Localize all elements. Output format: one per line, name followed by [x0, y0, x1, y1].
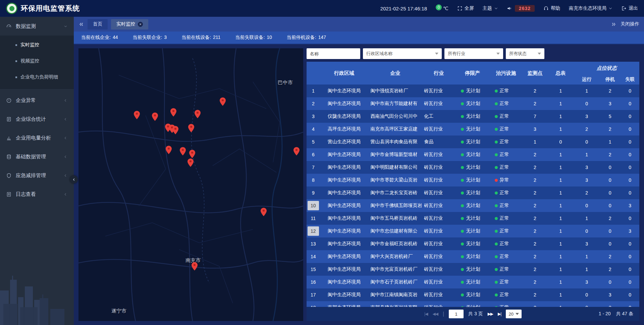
help-button[interactable]: 帮助 — [543, 5, 560, 11]
table-row[interactable]: 16 阆中生态环境局 阆中市石子页岩机砖厂 砖瓦行业 无计划 正常 2 1 3 — [307, 276, 639, 288]
logout-button[interactable]: 退出 — [621, 5, 638, 11]
close-operations-button[interactable]: 关闭操作 — [621, 21, 639, 27]
sidebar-group-data-monitoring[interactable]: 数据监测 — [0, 17, 74, 36]
map-pin[interactable] — [172, 126, 178, 136]
cell-meters: 1 — [547, 97, 574, 110]
next-page-button[interactable]: ▶▶ — [488, 312, 493, 316]
cell-lost: 0 — [621, 212, 639, 225]
total-pages-label: 共 3 页 — [468, 311, 483, 317]
cell-points: 2 — [523, 186, 547, 199]
industry-filter-select[interactable]: 所有行业 — [444, 48, 503, 59]
cell-industry: 砖瓦行业 — [422, 237, 455, 250]
map-pin[interactable] — [220, 97, 226, 107]
status-dot — [461, 141, 464, 144]
table-row[interactable]: 10 阆中生态环境局 阆中市千佛镇五郎垭页岩 砖瓦行业 无计划 正常 2 1 0 — [307, 199, 639, 212]
fullscreen-button[interactable]: 全屏 — [457, 5, 474, 11]
map-pin[interactable] — [166, 146, 172, 156]
cell-meters: 1 — [547, 199, 574, 212]
table-row[interactable]: 1 阆中生态环境局 阆中强锐页岩砖厂 砖瓦行业 无计划 正常 2 1 1 — [307, 85, 639, 97]
table-row[interactable]: 17 阆中生态环境局 阆中市江南镇阆南页岩 砖瓦行业 无计划 正常 2 1 0 — [307, 288, 639, 301]
region-filter-select[interactable]: 行政区域名称 — [363, 48, 442, 59]
page-size-select[interactable]: 20 — [506, 310, 521, 318]
close-icon[interactable]: × — [138, 22, 143, 27]
table-row[interactable]: 15 阆中生态环境局 阆中市光富页岩机砖厂 砖瓦行业 无计划 正常 2 1 1 — [307, 263, 639, 276]
stat-item: 当前在线企业: 44 — [81, 35, 118, 41]
sidebar-item-video-monitoring[interactable]: 视频监控 — [0, 53, 74, 69]
sidebar-group-log-view[interactable]: 日志查看 — [0, 185, 74, 204]
org-dropdown[interactable]: 南充市生态环境局 — [569, 5, 612, 11]
map-pin[interactable] — [134, 111, 140, 121]
map-pins — [78, 48, 303, 321]
sidebar-item-power-load-detail[interactable]: 企业电力负荷明细 — [0, 69, 74, 85]
prev-page-button[interactable]: ◀◀ — [432, 312, 438, 316]
table-row[interactable]: 4 高坪生态环境局 南充市高坪区王家店建 砖瓦行业 无计划 正常 3 1 2 — [307, 123, 639, 136]
map-pin[interactable] — [195, 110, 201, 120]
table-row[interactable]: 8 阆中生态环境局 阆中市枣碧大梁山页岩 砖瓦行业 无计划 异常 2 1 3 — [307, 174, 639, 186]
pin-icon — [293, 147, 300, 156]
table-row[interactable]: 7 阆中生态环境局 阆中明阳建材有限公司 砖瓦行业 无计划 正常 2 1 3 — [307, 161, 639, 174]
page-number-input[interactable] — [449, 310, 464, 318]
cell-lost: 0 — [621, 237, 639, 250]
table-row[interactable]: 11 阆中生态环境局 阆中市五马桥页岩机砖 砖瓦行业 无计划 正常 2 1 1 — [307, 212, 639, 225]
map-pin[interactable] — [152, 112, 158, 122]
cell-limit: 无计划 — [455, 250, 489, 263]
help-label: 帮助 — [551, 5, 560, 11]
map-pin[interactable] — [187, 158, 194, 168]
table-row[interactable]: 14 阆中生态环境局 阆中大兴页岩机砖厂 砖瓦行业 无计划 正常 2 1 1 — [307, 250, 639, 263]
cell-limit: 无计划 — [455, 301, 489, 307]
cell-region: 阆中生态环境局 — [320, 250, 369, 263]
tab-realtime-monitoring[interactable]: 实时监控 × — [111, 19, 148, 30]
tab-home[interactable]: 首页 — [88, 19, 108, 30]
double-chevron-right-icon[interactable] — [611, 21, 616, 27]
chevron-down-icon — [516, 313, 519, 315]
sidebar-group-emergency-reduction[interactable]: 应急减排管理 — [0, 166, 74, 185]
first-page-button[interactable]: |◀ — [424, 312, 428, 316]
map-pin[interactable] — [261, 208, 267, 218]
status-filter-select[interactable]: 所有状态 — [506, 48, 544, 59]
cell-rownum: 13 — [307, 237, 320, 250]
cell-facility: 正常 — [489, 263, 523, 276]
name-filter-input[interactable] — [307, 48, 360, 59]
map-pin[interactable] — [192, 262, 198, 272]
table-row[interactable]: 12 阆中生态环境局 阆中市忠信建材有限公 砖瓦行业 无计划 正常 2 1 0 — [307, 225, 639, 237]
status-dot — [461, 255, 464, 258]
cell-stop: 3 — [599, 288, 621, 301]
cell-run: 1 — [574, 263, 599, 276]
col-points: 监测点 — [523, 62, 547, 85]
map-panel[interactable]: 巴中市 南充市 遂宁市 — [78, 48, 303, 321]
col-stop: 停机 — [599, 74, 621, 85]
map-pin[interactable] — [180, 147, 186, 157]
last-page-button[interactable]: ▶| — [498, 312, 501, 316]
table-row[interactable]: 6 阆中生态环境局 阆中市金博瑞新型墙材 砖瓦行业 无计划 正常 2 1 1 — [307, 148, 639, 161]
table-row[interactable]: 9 阆中生态环境局 阆中市二龙长宝页岩砖 砖瓦行业 无计划 正常 2 1 2 — [307, 186, 639, 199]
cell-facility: 正常 — [489, 161, 523, 174]
map-pin[interactable] — [170, 108, 176, 118]
cell-run: 3 — [574, 276, 599, 288]
cell-region: 阆中生态环境局 — [320, 225, 369, 237]
table-row[interactable]: 18 南部生态环境局 南部县建兴页岩砖有限 砖瓦行业 无计划 正常 2 1 0 — [307, 301, 639, 307]
sidebar-item-realtime-monitoring[interactable]: 实时监控 — [0, 37, 74, 53]
cell-points: 2 — [523, 199, 547, 212]
pin-icon — [195, 110, 201, 118]
sidebar-group-enterprise-statistics[interactable]: 企业综合统计 — [0, 110, 74, 128]
cell-meters: 1 — [547, 237, 574, 250]
sidebar-group-power-analysis[interactable]: 企业用电量分析 — [0, 128, 74, 147]
col-region: 行政区域 — [320, 62, 369, 85]
table-row[interactable]: 2 阆中生态环境局 阆中市南方节能建材有 砖瓦行业 无计划 正常 2 1 0 — [307, 97, 639, 110]
main-area: 首页 实时监控 × 关闭操作 当前在线企业: 44 — [74, 17, 644, 325]
map-pin[interactable] — [293, 147, 300, 157]
notice-widget[interactable]: 2632 — [507, 5, 535, 12]
table-row[interactable]: 3 仪陇生态环境局 西南油气田分公司川中 化工 无计划 正常 7 1 3 — [307, 110, 639, 123]
table-row[interactable]: 13 阆中生态环境局 阆中市金福旺页岩机砖 砖瓦行业 无计划 正常 2 1 3 — [307, 237, 639, 250]
table-row[interactable]: 5 营山生态环境局 营山县润丰肉食品有限 食品 无计划 正常 1 0 0 — [307, 136, 639, 148]
sidebar-group-enterprise-abnormal[interactable]: 企业异常 — [0, 91, 74, 110]
cell-industry: 砖瓦行业 — [422, 276, 455, 288]
theme-dropdown[interactable]: 主题 — [483, 5, 498, 11]
sidebar-group-basic-data[interactable]: 基础数据管理 — [0, 147, 74, 166]
cell-company: 阆中市忠信建材有限公 — [369, 225, 422, 237]
org-name: 南充市生态环境局 — [569, 5, 606, 11]
map-pin[interactable] — [188, 124, 194, 134]
double-chevron-left-icon[interactable] — [78, 21, 84, 27]
cell-limit: 无计划 — [455, 212, 489, 225]
sidebar-collapse-button[interactable] — [70, 175, 78, 183]
